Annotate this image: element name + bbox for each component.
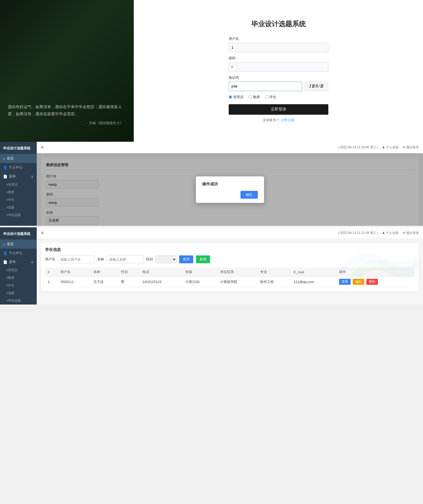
doc-icon-2: 📄: [3, 260, 7, 264]
cell-class: 计算2101: [183, 277, 218, 287]
password-label: 密码: [229, 56, 328, 61]
menu-label-1: 菜单: [9, 174, 16, 179]
personal-label-2: 个人中心: [9, 251, 23, 255]
register-link[interactable]: 立即注册: [281, 118, 294, 122]
captcha-image[interactable]: JR9/B: [305, 82, 328, 91]
sidebar-1: 毕业设计选题系统 ⌂ 首页 👤 个人中心 📄 菜单 ∨ ≡管理员 ≡教师 ≡学生…: [0, 142, 37, 226]
timestamp-2: | 2022-04-13 21:11:49 周三 |: [338, 231, 378, 235]
filter-gender-select[interactable]: 男 女: [156, 255, 176, 263]
quote-author: - 刘瑜《愿你慢慢长大》: [8, 120, 128, 126]
col-actions: 操作: [336, 267, 415, 277]
sidebar-sub-admin-1[interactable]: ≡管理员: [0, 181, 37, 188]
sidebar-sub-graduation-1[interactable]: ≡毕设选题: [0, 211, 37, 219]
person-icon-1: 👤: [3, 166, 7, 170]
chevron-down-icon-1: ∨: [31, 175, 34, 178]
sidebar-sub-topic-1[interactable]: ≡选题: [0, 204, 37, 211]
topbar-2: ≡ | 2022-04-13 21:11:49 周三 | ♟ 个人信息 ✉ 退出…: [37, 227, 423, 239]
filter-name-input[interactable]: [107, 255, 143, 263]
login-title: 毕业设计选题系统: [229, 19, 328, 29]
cell-department: 计算机学院: [218, 277, 257, 287]
cell-actions: 查看 编辑 删除: [336, 277, 415, 287]
login-card: 毕业设计选题系统 用户名 密码 验证码 JR9/B 管理员 教师: [229, 19, 328, 123]
hamburger-icon-1[interactable]: ≡: [41, 145, 44, 150]
register-hint: 没有账号？: [263, 118, 280, 122]
view-button[interactable]: 查看: [339, 279, 351, 285]
quote-container: 愿你有好运气，如果没有，愿你在不幸中学会慈悲；愿你被很多人爱，如果没有，愿你在寂…: [8, 103, 128, 126]
sidebar-sub-teacher-2[interactable]: ≡教师: [0, 274, 37, 282]
sidebar-sub-teacher-1[interactable]: ≡教师: [0, 188, 37, 196]
quote-text: 愿你有好运气，如果没有，愿你在不幸中学会慈悲；愿你被很多人爱，如果没有，愿你在寂…: [8, 103, 128, 117]
logout-link-2[interactable]: ✉ 退出登录: [403, 231, 419, 235]
captcha-label: 验证码: [229, 75, 328, 80]
table-body: 1 2020111 王子达 男 1413123123 计算2101 计算机学院 …: [45, 277, 415, 287]
captcha-input[interactable]: [229, 82, 302, 91]
filter-username-label: 用户名: [45, 257, 55, 262]
home-label-1: 首页: [7, 156, 14, 161]
role-admin-label[interactable]: 管理员: [229, 95, 243, 99]
login-button[interactable]: 立即登录: [229, 104, 328, 115]
doc-icon-1: 📄: [3, 175, 7, 178]
password-input[interactable]: [229, 62, 328, 72]
person-icon-2: 👤: [3, 251, 7, 255]
sidebar-item-home-2[interactable]: ⌂ 首页: [0, 240, 37, 249]
col-index: #: [45, 267, 58, 277]
home-label-2: 首页: [7, 242, 14, 246]
filter-name-label: 名称: [97, 257, 104, 262]
sidebar-sub-student-2[interactable]: ≡学生: [0, 282, 37, 289]
logout-link-1[interactable]: ✉ 退出登录: [403, 145, 419, 150]
personal-info-link-2[interactable]: ♟ 个人信息: [382, 231, 398, 235]
sidebar-item-menu-2[interactable]: 📄 菜单 ∨: [0, 258, 37, 266]
cell-name: 王子达: [91, 277, 118, 287]
role-student-label[interactable]: 学生: [265, 95, 276, 99]
cell-phone: 1413123123: [140, 277, 183, 287]
username-input[interactable]: [229, 43, 328, 52]
content-area-1: 教师信息管理 用户名 密码 名称 性别 男 女: [37, 153, 423, 226]
role-teacher-radio[interactable]: [249, 95, 252, 99]
sidebar-sub-graduation-2[interactable]: ≡毕设选题: [0, 297, 37, 304]
role-teacher-text: 教师: [253, 95, 260, 99]
col-major: 专业: [258, 267, 291, 277]
col-email: E_mail: [291, 267, 337, 277]
dialog-confirm-button[interactable]: 确定: [240, 191, 258, 199]
sidebar-title-1: 毕业设计选题系统: [0, 142, 37, 154]
role-radio-group: 管理员 教师 学生: [229, 95, 328, 99]
delete-button[interactable]: 删除: [366, 279, 378, 285]
sidebar-item-home-1[interactable]: ⌂ 首页: [0, 154, 37, 163]
col-department: 所在院系: [218, 267, 257, 277]
cell-email: 111@qq.com: [291, 277, 337, 287]
filter-username-input[interactable]: [58, 255, 95, 263]
hamburger-icon-2[interactable]: ≡: [41, 230, 44, 236]
register-row: 没有账号？ 立即注册: [229, 118, 328, 123]
personal-info-link-1[interactable]: ♟ 个人信息: [382, 145, 398, 150]
username-label: 用户名: [229, 36, 328, 41]
role-admin-radio[interactable]: [229, 95, 232, 99]
col-phone: 电话: [140, 267, 183, 277]
role-student-radio[interactable]: [265, 95, 269, 99]
sidebar-sub-student-1[interactable]: ≡学生: [0, 196, 37, 204]
table-row: 1 2020111 王子达 男 1413123123 计算2101 计算机学院 …: [45, 277, 415, 287]
table-header: # 用户名 名称 性别 电话 班级 所在院系 专业 E_mail 操作: [45, 267, 415, 277]
sidebar-item-personal-1[interactable]: 👤 个人中心: [0, 163, 37, 172]
sidebar-sub-topic-2[interactable]: ≡选题: [0, 289, 37, 297]
main-area-1: ≡ | 2022-04-13 21:10:00 周三 | ♟ 个人信息 ✉ 退出…: [37, 142, 423, 226]
dialog-btn-row: 确定: [202, 191, 258, 199]
edit-button[interactable]: 编辑: [353, 279, 364, 285]
sidebar-sub-admin-2[interactable]: ≡管理员: [0, 266, 37, 274]
cell-major: 软件工程: [258, 277, 291, 287]
sidebar-item-personal-2[interactable]: 👤 个人中心: [0, 249, 37, 258]
topbar-right-2: | 2022-04-13 21:11:49 周三 | ♟ 个人信息 ✉ 退出登录: [338, 231, 419, 235]
topbar-1: ≡ | 2022-04-13 21:10:00 周三 | ♟ 个人信息 ✉ 退出…: [37, 142, 423, 153]
sidebar-2: 毕业设计选题系统 ⌂ 首页 👤 个人中心 📄 菜单 ∨ ≡管理员 ≡教师 ≡学生…: [0, 227, 37, 304]
personal-label-1: 个人中心: [9, 165, 23, 170]
student-info-card: 学生信息 用户名 名称 性别 男 女 查询 新增: [41, 243, 419, 291]
home-icon-1: ⌂: [3, 157, 5, 161]
role-teacher-label[interactable]: 教师: [249, 95, 260, 99]
login-left-panel: 愿你有好运气，如果没有，愿你在不幸中学会慈悲；愿你被很多人爱，如果没有，愿你在寂…: [0, 0, 134, 142]
sidebar-item-menu-1[interactable]: 📄 菜单 ∨: [0, 172, 37, 181]
topbar-right-1: | 2022-04-13 21:10:00 周三 | ♟ 个人信息 ✉ 退出登录: [338, 145, 419, 150]
admin-panel-1: 毕业设计选题系统 ⌂ 首页 👤 个人中心 📄 菜单 ∨ ≡管理员 ≡教师 ≡学生…: [0, 142, 423, 226]
search-button[interactable]: 查询: [179, 255, 193, 263]
filter-row: 用户名 名称 性别 男 女 查询 新增: [45, 255, 415, 263]
add-button[interactable]: 新增: [196, 255, 210, 263]
role-admin-text: 管理员: [233, 95, 243, 99]
